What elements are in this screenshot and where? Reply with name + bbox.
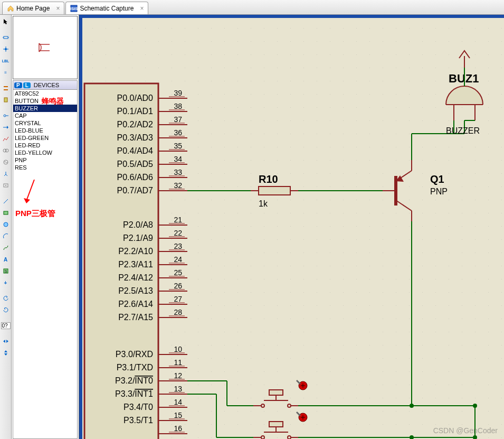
svg-text:36: 36 (174, 128, 182, 137)
device-item[interactable]: LED-GREEN (13, 134, 77, 142)
svg-point-21 (4, 222, 8, 227)
schematic-canvas[interactable]: P0.0/AD039 P0.1/AD138 P0.2/AD237 P0.3/AD… (79, 15, 504, 439)
svg-text:27: 27 (174, 295, 182, 303)
svg-text:P0.4/AD4: P0.4/AD4 (117, 146, 154, 155)
text-tool[interactable]: ≡ (1, 68, 11, 77)
svg-text:23: 23 (174, 242, 182, 250)
l-button[interactable]: L (23, 82, 31, 88)
close-icon[interactable]: × (140, 5, 144, 12)
svg-rect-168 (269, 390, 283, 395)
tab-home[interactable]: Home Page × (2, 2, 64, 14)
device-item[interactable]: BUZZER (13, 105, 77, 112)
svg-text:P3.2/INT0: P3.2/INT0 (115, 376, 153, 385)
svg-rect-10 (4, 98, 7, 102)
svg-text:P2.0/A8: P2.0/A8 (123, 220, 153, 229)
svg-text:P0.0/AD0: P0.0/AD0 (117, 94, 154, 102)
svg-text:Q1: Q1 (430, 173, 444, 185)
svg-text:38: 38 (174, 102, 182, 110)
svg-text:P2.3/A11: P2.3/A11 (118, 260, 153, 269)
tabs-bar: Home Page × ISIS Schematic Capture × (0, 0, 504, 15)
svg-rect-180 (269, 422, 283, 427)
svg-point-18 (5, 185, 6, 186)
device-item[interactable]: LED-YELLOW (13, 149, 77, 156)
rotation-input[interactable]: 0? (1, 322, 11, 329)
device-list[interactable]: AT89C52 BUTTON BUZZER CAP CRYSTAL LED-BL… (13, 90, 78, 439)
svg-text:P3.5/T1: P3.5/T1 (123, 416, 153, 425)
svg-rect-31 (79, 15, 82, 439)
svg-text:P2.1/A9: P2.1/A9 (123, 233, 153, 242)
rotate-ccw-tool[interactable] (1, 294, 11, 303)
symbol-tool[interactable]: S (1, 266, 11, 276)
svg-text:14: 14 (174, 398, 182, 406)
junction-tool[interactable] (1, 44, 11, 54)
component-tool[interactable] (1, 33, 11, 42)
svg-text:P2.2/A10: P2.2/A10 (118, 247, 153, 256)
svg-text:12: 12 (174, 371, 182, 380)
svg-point-147 (473, 404, 477, 408)
svg-text:P0.2/AD2: P0.2/AD2 (117, 120, 154, 129)
marker-tool[interactable]: + (1, 278, 11, 287)
device-item[interactable]: RES (13, 164, 77, 171)
buzzer-preview-icon (35, 38, 56, 57)
svg-text:P3.3/INT1: P3.3/INT1 (115, 389, 153, 398)
svg-text:11: 11 (174, 358, 182, 367)
svg-text:35: 35 (174, 142, 182, 150)
arrow-tool[interactable] (1, 17, 11, 26)
svg-text:32: 32 (174, 181, 182, 190)
pin-group-p3: P3.0/RXD10 P3.1/TXD11 P3.2/INT012 P3.3/I… (115, 345, 187, 434)
svg-text:28: 28 (174, 308, 182, 316)
generator-tool[interactable] (1, 157, 11, 167)
tape-tool[interactable] (1, 146, 11, 155)
device-item[interactable]: AT89C52 (13, 90, 77, 97)
svg-text:ISIS: ISIS (70, 6, 78, 11)
svg-text:R10: R10 (259, 173, 278, 185)
tab-schematic[interactable]: ISIS Schematic Capture × (65, 2, 148, 14)
device-item[interactable]: LED-RED (13, 142, 77, 149)
arrow-icon (24, 180, 50, 211)
pin-tool[interactable] (1, 123, 11, 132)
device-item[interactable]: PNP (13, 156, 77, 164)
svg-text:22: 22 (174, 229, 182, 237)
svg-text:BUZ1: BUZ1 (449, 72, 479, 85)
line-tool[interactable] (1, 197, 11, 206)
device-item[interactable]: CAP (13, 112, 77, 119)
svg-text:33: 33 (174, 168, 182, 176)
svg-text:24: 24 (174, 255, 182, 264)
svg-text:P0.5/AD5: P0.5/AD5 (117, 160, 154, 169)
instrument-tool[interactable] (1, 181, 11, 190)
graph-tool[interactable] (1, 134, 11, 144)
box-tool[interactable] (1, 208, 11, 218)
svg-text:P2.5/A13: P2.5/A13 (118, 286, 153, 295)
text2-tool[interactable]: A (1, 255, 11, 264)
device-item[interactable]: CRYSTAL (13, 119, 77, 127)
path-tool[interactable] (1, 243, 11, 253)
arc-tool[interactable] (1, 231, 11, 241)
svg-text:16: 16 (174, 424, 182, 433)
svg-text:P0.7/AD7: P0.7/AD7 (117, 186, 154, 195)
close-icon[interactable]: × (56, 5, 60, 12)
svg-point-183 (410, 404, 414, 408)
label-tool[interactable]: LBL (1, 56, 11, 66)
subcircuit-tool[interactable] (1, 95, 11, 105)
circle-tool[interactable] (1, 220, 11, 229)
flip-h-tool[interactable] (1, 337, 11, 346)
device-item[interactable]: LED-BLUE (13, 127, 77, 134)
probe-tool[interactable] (1, 169, 11, 179)
svg-text:P2.7/A15: P2.7/A15 (118, 313, 153, 322)
home-icon (7, 5, 14, 12)
svg-text:1k: 1k (259, 199, 268, 208)
terminal-tool[interactable] (1, 111, 11, 120)
svg-rect-2 (4, 36, 8, 39)
flip-v-tool[interactable] (1, 348, 11, 358)
left-toolbar: LBL ≡ A S + 0? (0, 15, 12, 439)
svg-line-19 (4, 199, 8, 203)
svg-text:39: 39 (174, 89, 182, 97)
bus-tool[interactable] (1, 83, 11, 93)
device-item[interactable]: BUTTON (13, 97, 77, 105)
schematic-icon: ISIS (70, 5, 78, 12)
svg-text:26: 26 (174, 282, 182, 290)
p-button[interactable]: P (14, 82, 22, 88)
svg-text:P3.1/TXD: P3.1/TXD (117, 363, 153, 372)
rotate-cw-tool[interactable] (1, 305, 11, 315)
svg-point-7 (5, 48, 7, 50)
